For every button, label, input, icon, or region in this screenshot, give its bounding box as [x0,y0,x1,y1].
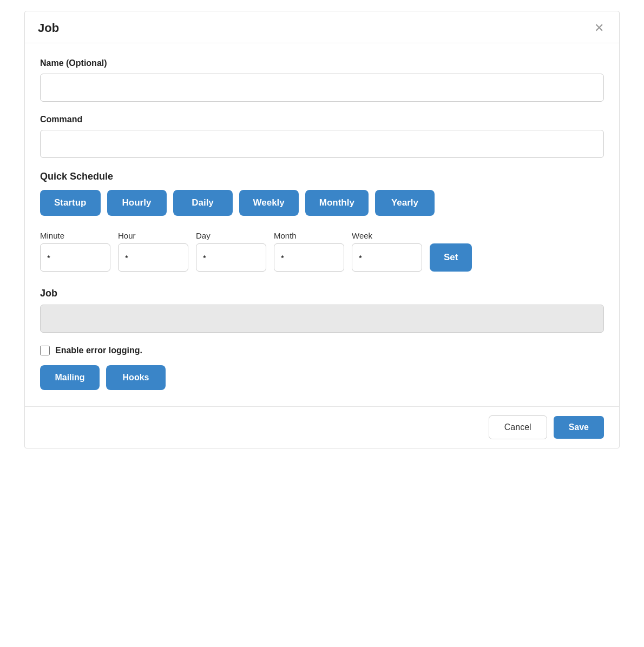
save-button[interactable]: Save [554,416,604,439]
dialog-footer: Cancel Save [25,406,619,448]
schedule-yearly-button[interactable]: Yearly [375,190,435,216]
schedule-weekly-button[interactable]: Weekly [239,190,299,216]
command-input[interactable] [40,130,604,158]
mailing-button[interactable]: Mailing [40,365,100,390]
schedule-hourly-button[interactable]: Hourly [107,190,167,216]
error-logging-label: Enable error logging. [55,346,142,355]
schedule-daily-button[interactable]: Daily [173,190,233,216]
cron-minute-field: Minute [40,231,110,272]
schedule-startup-button[interactable]: Startup [40,190,101,216]
hooks-button[interactable]: Hooks [106,365,166,390]
cron-day-field: Day [196,231,266,272]
cron-hour-label: Hour [118,231,188,240]
cron-minute-input[interactable] [40,243,110,272]
command-label: Command [40,115,604,124]
cron-month-label: Month [274,231,344,240]
job-display [40,305,604,333]
job-dialog: Job ✕ Name (Optional) Command Quick Sche… [24,11,620,448]
cron-minute-label: Minute [40,231,110,240]
name-field-group: Name (Optional) [40,58,604,102]
job-section-label: Job [40,288,604,299]
job-section-group: Job [40,288,604,333]
cron-set-button[interactable]: Set [430,243,472,272]
command-field-group: Command [40,115,604,158]
cron-week-label: Week [352,231,422,240]
error-logging-checkbox[interactable] [40,346,50,355]
quick-schedule-label: Quick Schedule [40,171,604,182]
dialog-header: Job ✕ [25,11,619,43]
close-button[interactable]: ✕ [592,22,606,34]
cron-hour-input[interactable] [118,243,188,272]
error-logging-row: Enable error logging. [40,346,604,355]
quick-schedule-buttons: Startup Hourly Daily Weekly Monthly Year… [40,190,604,216]
cron-week-input[interactable] [352,243,422,272]
cron-day-label: Day [196,231,266,240]
cron-month-input[interactable] [274,243,344,272]
name-label: Name (Optional) [40,58,604,68]
action-buttons-row: Mailing Hooks [40,365,604,390]
cron-month-field: Month [274,231,344,272]
cancel-button[interactable]: Cancel [489,415,547,439]
dialog-title: Job [38,21,59,35]
cron-hour-field: Hour [118,231,188,272]
name-input[interactable] [40,74,604,102]
cron-week-field: Week [352,231,422,272]
cron-fields-row: Minute Hour Day Month Week Set [40,231,604,272]
cron-day-input[interactable] [196,243,266,272]
quick-schedule-group: Quick Schedule Startup Hourly Daily Week… [40,171,604,216]
dialog-body: Name (Optional) Command Quick Schedule S… [25,43,619,406]
schedule-monthly-button[interactable]: Monthly [305,190,369,216]
